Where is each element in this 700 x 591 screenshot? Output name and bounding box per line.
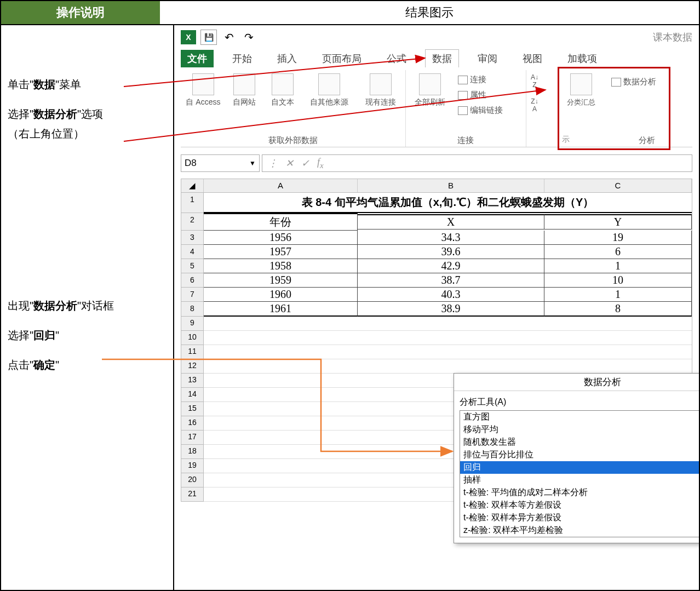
cell[interactable]: 1960 [204,288,358,302]
tab-formula[interactable]: 公式 [380,50,413,67]
cancel-x-icon[interactable]: ✕ [285,157,294,169]
col-B[interactable]: B [358,179,544,192]
cell[interactable]: 1956 [204,231,358,245]
cell[interactable]: Y [544,214,692,229]
enter-check-icon[interactable]: ✓ [301,157,309,169]
name-box[interactable]: D8 ▼ [181,154,260,172]
props-icon [458,91,468,100]
save-icon[interactable]: 💾 [200,30,217,45]
list-item[interactable]: z-检验: 双样本平均差检验 [460,524,700,537]
cell[interactable]: 1961 [204,302,358,317]
row-num[interactable]: 20 [181,473,204,487]
cell[interactable]: 34.3 [358,231,544,245]
group-label-getdata: 获取外部数据 [181,135,405,146]
cell[interactable]: 1958 [204,259,358,273]
cell[interactable]: 年份 [204,213,358,231]
tab-home[interactable]: 开始 [226,50,259,67]
row-num[interactable]: 9 [181,317,204,331]
btn-from-access[interactable]: 自 Access [184,73,222,107]
tab-insert[interactable]: 插入 [271,50,303,67]
row-num[interactable]: 1 [181,193,204,213]
select-all-corner[interactable]: ◢ [181,179,204,192]
btn-edit-links[interactable]: 编辑链接 [458,105,503,116]
btn-existing-conn[interactable]: 现有连接 [362,73,400,107]
btn-refresh-all[interactable]: 全部刷新 [411,73,449,107]
cell[interactable]: 39.6 [358,245,544,259]
cell[interactable]: 38.9 [358,302,544,317]
analysis-icon [611,78,621,87]
row-num[interactable]: 4 [181,245,204,259]
row-num[interactable]: 8 [181,302,204,317]
row-num[interactable]: 15 [181,402,204,416]
row-num[interactable]: 16 [181,416,204,431]
formula-bar[interactable]: ⋮ ✕ ✓ fx [262,154,692,172]
cell[interactable]: 19 [544,231,692,245]
undo-icon[interactable]: ↶ [221,30,237,44]
row-num[interactable]: 3 [181,231,204,245]
dialog-titlebar[interactable]: 数据分析 ? ✕ [454,374,700,391]
col-C[interactable]: C [544,179,692,192]
row-num[interactable]: 18 [181,445,204,459]
quick-access-toolbar: X 💾 ↶ ↷ [181,30,256,45]
cell[interactable]: 1957 [204,245,358,259]
cell[interactable]: 38.7 [358,273,544,288]
screenshot-column: X 💾 ↶ ↷ 课本数据 文件 开始 插入 页面布局 公式 数据 审阅 视图 加… [174,25,699,590]
cell[interactable]: 1959 [204,273,358,288]
col-A[interactable]: A [204,179,358,192]
cell[interactable]: 42.9 [358,259,544,273]
group-label-analysis: 分析 [639,135,655,146]
cell[interactable]: X [358,214,544,229]
row-num[interactable]: 17 [181,431,204,445]
tab-data[interactable]: 数据 [425,49,459,67]
list-item[interactable]: t-检验: 平均值的成对二样本分析 [460,486,700,499]
btn-connections[interactable]: 连接 [458,74,486,85]
btn-subtotal[interactable]: 分类汇总 [562,73,600,107]
btn-from-other[interactable]: 自其他来源 [305,73,354,107]
step-4: 选择"回归" [8,325,167,345]
btn-from-web[interactable]: 自网站 [228,73,261,107]
row-num[interactable]: 2 [181,213,204,231]
list-item[interactable]: t-检验: 双样本等方差假设 [460,499,700,512]
row-num[interactable]: 11 [181,345,204,359]
row-num[interactable]: 19 [181,459,204,473]
list-item[interactable]: 抽样 [460,474,700,486]
list-item[interactable]: 移动平均 [460,423,700,436]
list-item[interactable]: 回归 [460,461,700,474]
row-num[interactable]: 6 [181,273,204,288]
fx-icon[interactable]: fx [317,157,324,170]
btn-from-text[interactable]: 自文本 [266,73,299,107]
tab-file[interactable]: 文件 [181,50,214,67]
cell[interactable]: 40.3 [358,288,544,302]
table-row: 9 [181,317,692,331]
btn-data-analysis[interactable]: 数据分析 [611,77,656,87]
cell[interactable]: 6 [544,245,692,259]
tab-layout[interactable]: 页面布局 [315,50,368,67]
redo-icon[interactable]: ↷ [241,30,256,44]
list-item[interactable]: 直方图 [460,411,700,423]
cell[interactable]: 10 [544,273,692,288]
step-5: 点击"确定" [8,355,167,375]
instructions-column: 单击"数据"菜单 选择"数据分析"选项 （右上角位置） 出现"数据分析"对话框 … [1,25,174,590]
list-item[interactable]: 排位与百分比排位 [460,449,700,461]
btn-sort-asc[interactable]: A↓Z [528,73,541,89]
row-num[interactable]: 21 [181,487,204,502]
btn-properties[interactable]: 属性 [458,90,486,100]
row-num[interactable]: 7 [181,288,204,302]
btn-sort-desc[interactable]: Z↓A [528,97,541,113]
row-num[interactable]: 14 [181,388,204,402]
tools-listbox[interactable]: 直方图移动平均随机数发生器排位与百分比排位回归抽样t-检验: 平均值的成对二样本… [460,410,700,537]
cell[interactable]: 8 [544,302,692,317]
row-num[interactable]: 12 [181,359,204,374]
row-num[interactable]: 10 [181,331,204,345]
row-num[interactable]: 13 [181,374,204,388]
cell[interactable]: 1 [544,259,692,273]
list-item[interactable]: t-检验: 双样本异方差假设 [460,512,700,524]
table-row: 10 [181,331,692,345]
tab-view[interactable]: 视图 [516,50,549,67]
row-num[interactable]: 5 [181,259,204,273]
tab-addin[interactable]: 加载项 [561,50,604,67]
cell[interactable]: 1 [544,288,692,302]
tab-review[interactable]: 审阅 [471,50,504,67]
list-item[interactable]: 随机数发生器 [460,436,700,449]
chevron-down-icon[interactable]: ▼ [249,159,256,167]
